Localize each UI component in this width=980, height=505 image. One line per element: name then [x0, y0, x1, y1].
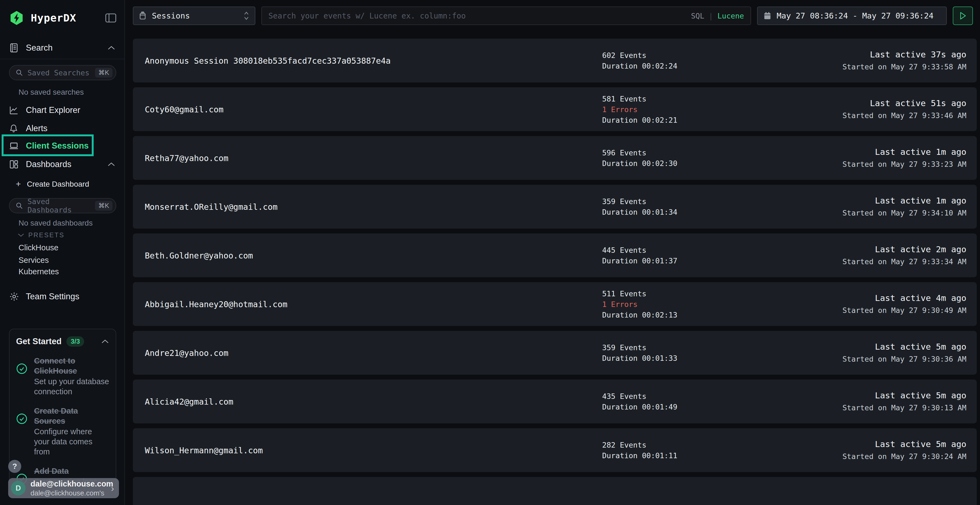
presets-toggle[interactable]: PRESETS [18, 231, 65, 239]
help-button[interactable]: ? [8, 460, 21, 473]
session-events: 596 Events [602, 148, 677, 158]
sidebar-divider [0, 59, 124, 59]
no-saved-dashboards-note: No saved dashboards [19, 219, 92, 227]
app-logo: HyperDX [9, 10, 116, 26]
get-started-checklist-item[interactable]: Create Data Sources Configure where your… [16, 406, 109, 457]
preset-dashboard-item[interactable]: Kubernetes [19, 267, 59, 276]
session-row[interactable]: Beth.Goldner@yahoo.com 445 Events Durati… [133, 233, 977, 277]
source-select[interactable]: Sessions [133, 6, 255, 25]
saved-dashboards-input[interactable]: Saved Dashboards ⌘K [9, 198, 116, 213]
preset-label: Kubernetes [19, 267, 59, 276]
session-started: Started on May 27 9:30:13 AM [843, 402, 966, 414]
session-events: 359 Events [602, 196, 677, 207]
session-activity: Last active 2m ago Started on May 27 9:3… [843, 243, 966, 267]
session-started: Started on May 27 9:30:49 AM [843, 305, 966, 316]
session-started: Started on May 27 9:34:10 AM [843, 207, 966, 219]
user-subtitle: dale@clickhouse.com's [30, 489, 111, 497]
topbar: Sessions Search your events w/ Lucene ex… [126, 0, 980, 25]
sql-mode-toggle[interactable]: SQL [691, 12, 704, 20]
session-title: Coty60@gmail.com [145, 105, 223, 114]
sidebar: HyperDX Search Saved Searches ⌘K No save… [0, 0, 125, 505]
session-duration: Duration 00:02:24 [602, 61, 677, 71]
session-row[interactable]: Coty60@gmail.com 581 Events 1 Errors Dur… [133, 87, 977, 131]
session-last-active: Last active 1m ago [843, 195, 966, 206]
question-mark-label: ? [12, 462, 17, 471]
session-activity: Last active 37s ago Started on May 27 9:… [843, 49, 966, 73]
sidebar-item-label: Dashboards [26, 159, 71, 169]
session-row[interactable]: Andre21@yahoo.com 359 Events Duration 00… [133, 331, 977, 375]
user-email: dale@clickhouse.com [30, 480, 111, 488]
session-row[interactable]: Monserrat.OReilly@gmail.com 359 Events D… [133, 185, 977, 229]
session-stats: 581 Events 1 Errors Duration 00:02:21 [602, 93, 677, 125]
chevron-up-icon[interactable] [107, 162, 115, 167]
saved-searches-input[interactable]: Saved Searches ⌘K [9, 65, 116, 80]
get-started-panel: Get Started 3/3 Connect to ClickHouse Se… [9, 329, 116, 498]
lucene-mode-toggle[interactable]: Lucene [717, 12, 744, 20]
app-title: HyperDX [31, 12, 76, 24]
session-last-active: Last active 5m ago [843, 341, 966, 353]
session-activity: Last active 1m ago Started on May 27 9:3… [843, 195, 966, 219]
session-duration: Duration 00:02:30 [602, 158, 677, 169]
session-title: Beth.Goldner@yahoo.com [145, 251, 253, 260]
event-search-input[interactable]: Search your events w/ Lucene ex. column:… [261, 6, 751, 25]
session-row[interactable]: Alicia42@gmail.com 435 Events Duration 0… [133, 380, 977, 423]
sidebar-item-chart-explorer[interactable]: Chart Explorer [9, 103, 115, 117]
sidebar-item-label: Alerts [26, 124, 48, 133]
run-query-button[interactable] [953, 6, 973, 25]
session-duration: Duration 00:02:13 [602, 310, 677, 320]
chevron-up-icon[interactable] [101, 339, 109, 344]
create-dashboard-label: Create Dashboard [27, 180, 89, 189]
session-errors: 1 Errors [602, 104, 677, 114]
journal-icon [9, 43, 21, 53]
gear-icon [9, 291, 21, 302]
collapse-sidebar-icon[interactable] [105, 13, 116, 22]
session-last-active: Last active 51s ago [843, 97, 966, 109]
session-stats: 511 Events 1 Errors Duration 00:02:13 [602, 288, 677, 320]
session-events: 445 Events [602, 245, 677, 256]
main-content: Sessions Search your events w/ Lucene ex… [126, 0, 980, 505]
sidebar-item-dashboards[interactable]: Dashboards [9, 157, 115, 172]
bell-icon [9, 124, 21, 133]
select-chevrons-icon [243, 11, 249, 21]
session-title: Wilson_Hermann@gmail.com [145, 445, 263, 455]
session-stats: 282 Events Duration 00:01:11 [602, 440, 677, 461]
preset-label: Services [19, 256, 49, 264]
session-list: Anonymous Session 308018eb535facd7cec337… [126, 25, 980, 505]
get-started-title: Get Started [16, 337, 62, 346]
session-row[interactable] [133, 477, 977, 505]
session-started: Started on May 27 9:33:23 AM [843, 159, 966, 170]
preset-dashboard-item[interactable]: Services [19, 256, 49, 265]
chevron-right-icon: › [111, 483, 114, 494]
get-started-checklist-item[interactable]: Connect to ClickHouse Set up your databa… [16, 356, 109, 397]
session-last-active: Last active 2m ago [843, 243, 966, 255]
session-title: Anonymous Session 308018eb535facd7cec337… [145, 56, 391, 65]
session-last-active: Last active 5m ago [843, 438, 966, 450]
session-events: 581 Events [602, 93, 677, 104]
session-stats: 602 Events Duration 00:02:24 [602, 50, 677, 71]
preset-label: ClickHouse [19, 243, 59, 252]
session-activity: Last active 51s ago Started on May 27 9:… [843, 97, 966, 121]
checklist-item-desc: Set up your database connection [34, 376, 109, 397]
session-duration: Duration 00:01:34 [602, 207, 677, 218]
session-row[interactable]: Wilson_Hermann@gmail.com 282 Events Dura… [133, 428, 977, 472]
time-range-picker[interactable]: May 27 08:36:24 - May 27 09:36:24 [757, 6, 947, 25]
chevron-up-icon[interactable] [107, 45, 115, 50]
chevron-down-icon [18, 233, 24, 237]
sidebar-item-team-settings[interactable]: Team Settings [9, 289, 115, 304]
session-started: Started on May 27 9:33:34 AM [843, 256, 966, 267]
search-icon [16, 202, 23, 210]
session-row[interactable]: Retha77@yahoo.com 596 Events Duration 00… [133, 136, 977, 180]
sidebar-item-search[interactable]: Search [9, 41, 115, 55]
get-started-progress-badge: 3/3 [67, 336, 84, 347]
create-dashboard-button[interactable]: + Create Dashboard [16, 179, 89, 189]
sidebar-item-alerts[interactable]: Alerts [9, 121, 115, 135]
session-events: 511 Events [602, 288, 677, 299]
session-row[interactable]: Abbigail.Heaney20@hotmail.com 511 Events… [133, 282, 977, 326]
sidebar-item-label: Chart Explorer [26, 105, 80, 115]
user-account-button[interactable]: D dale@clickhouse.com dale@clickhouse.co… [8, 478, 119, 498]
session-duration: Duration 00:01:49 [602, 402, 677, 412]
session-title: Monserrat.OReilly@gmail.com [145, 202, 278, 211]
session-activity: Last active 1m ago Started on May 27 9:3… [843, 146, 966, 170]
preset-dashboard-item[interactable]: ClickHouse [19, 243, 59, 252]
session-row[interactable]: Anonymous Session 308018eb535facd7cec337… [133, 39, 977, 83]
